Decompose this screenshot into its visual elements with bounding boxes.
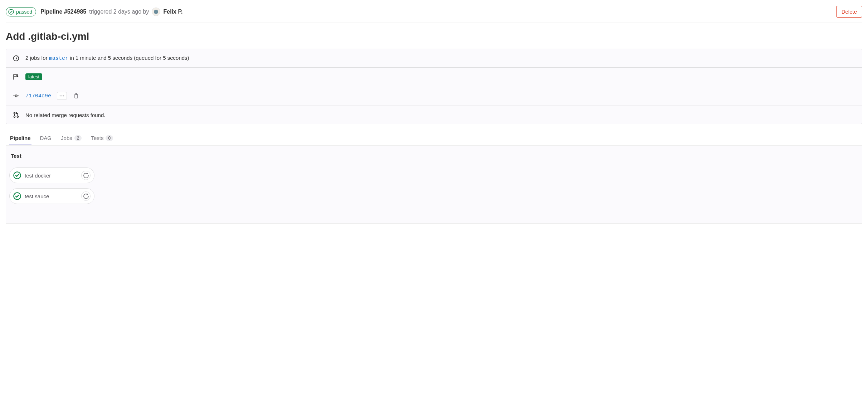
- status-label: passed: [16, 9, 32, 15]
- tabs: Pipeline DAG Jobs 2 Tests 0: [6, 131, 862, 146]
- pipeline-meta: Pipeline #524985 triggered 2 days ago by…: [40, 8, 182, 16]
- job-test-sauce[interactable]: test sauce: [9, 188, 94, 204]
- tests-count: 0: [106, 135, 113, 141]
- clock-icon: [13, 55, 20, 62]
- page-title: Add .gitlab-ci.yml: [6, 31, 862, 42]
- svg-point-2: [15, 95, 17, 97]
- tab-dag[interactable]: DAG: [39, 131, 53, 145]
- user-link[interactable]: Felix P.: [163, 9, 182, 15]
- tab-tests[interactable]: Tests 0: [90, 131, 114, 145]
- pipeline-number[interactable]: Pipeline #524985: [40, 9, 86, 15]
- info-box: 2 jobs for master in 1 minute and 5 seco…: [6, 49, 862, 124]
- check-circle-icon: [13, 192, 21, 200]
- duration-text: 2 jobs for master in 1 minute and 5 seco…: [25, 55, 189, 62]
- retry-button[interactable]: [81, 171, 91, 180]
- latest-badge: latest: [25, 73, 42, 80]
- info-row-latest: latest: [6, 68, 862, 86]
- flag-icon: [13, 74, 20, 80]
- header-left: passed Pipeline #524985 triggered 2 days…: [6, 7, 182, 16]
- commit-icon: [13, 93, 20, 99]
- retry-icon: [83, 173, 89, 178]
- check-circle-icon: [8, 9, 14, 15]
- avatar[interactable]: [152, 8, 160, 16]
- tab-jobs[interactable]: Jobs 2: [60, 131, 82, 145]
- svg-point-5: [63, 96, 64, 97]
- trigger-text: triggered 2 days ago by: [89, 9, 149, 15]
- svg-point-4: [62, 96, 63, 97]
- retry-button[interactable]: [81, 191, 91, 201]
- svg-point-3: [60, 96, 61, 97]
- tab-pipeline[interactable]: Pipeline: [9, 131, 31, 145]
- jobs-count: 2: [74, 135, 82, 141]
- retry-icon: [83, 194, 89, 199]
- check-circle-icon: [13, 171, 21, 179]
- delete-button[interactable]: Delete: [836, 6, 862, 18]
- svg-point-8: [14, 112, 15, 114]
- merge-request-icon: [13, 112, 20, 118]
- commit-sha-link[interactable]: 71704c9e: [25, 93, 51, 99]
- job-test-docker[interactable]: test docker: [9, 167, 94, 183]
- pipeline-header: passed Pipeline #524985 triggered 2 days…: [6, 3, 862, 23]
- job-name: test sauce: [25, 193, 49, 199]
- svg-point-9: [14, 116, 15, 117]
- status-badge-passed[interactable]: passed: [6, 7, 36, 16]
- clipboard-icon: [73, 93, 79, 99]
- info-row-commit: 71704c9e: [6, 86, 862, 106]
- info-row-duration: 2 jobs for master in 1 minute and 5 seco…: [6, 49, 862, 68]
- mr-text: No related merge requests found.: [25, 112, 105, 118]
- expand-button[interactable]: [57, 92, 67, 100]
- info-row-mr: No related merge requests found.: [6, 106, 862, 124]
- pipeline-body: Test test docker: [6, 146, 862, 224]
- svg-point-10: [17, 116, 19, 117]
- branch-link[interactable]: master: [49, 55, 68, 62]
- copy-sha-button[interactable]: [73, 92, 80, 99]
- job-name: test docker: [25, 172, 51, 179]
- ellipsis-icon: [59, 95, 64, 97]
- stage-title: Test: [9, 153, 859, 159]
